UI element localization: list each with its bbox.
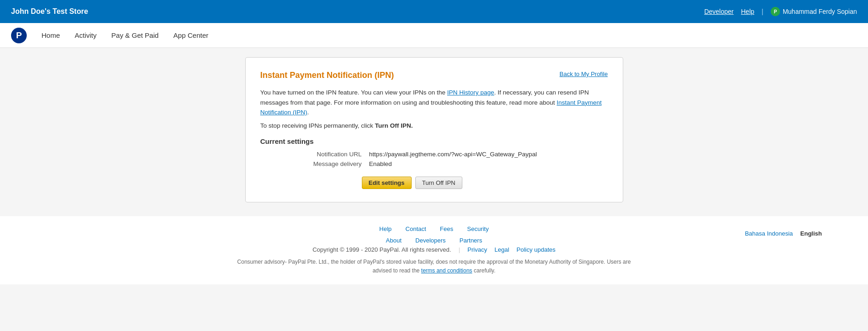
notification-url-value: https://paywall.jegtheme.com/?wc-api=WC_… <box>369 151 537 158</box>
ipn-card: Instant Payment Notification (IPN) Back … <box>245 57 623 202</box>
svg-text:P: P <box>774 9 777 14</box>
footer: Help Contact Fees Security About Develop… <box>0 216 868 284</box>
button-row: Edit settings Turn Off IPN <box>362 177 608 189</box>
terms-link[interactable]: terms and conditions <box>421 267 472 274</box>
settings-table: Notification URL https://paywall.jegthem… <box>288 151 608 167</box>
user-name: Muhammad Ferdy Sopian <box>783 8 857 15</box>
nav-pay-get-paid[interactable]: Pay & Get Paid <box>112 30 159 41</box>
message-delivery-row: Message delivery Enabled <box>288 160 608 167</box>
footer-lang-row: Bahasa Indonesia English <box>0 230 868 237</box>
privacy-link[interactable]: Privacy <box>467 246 487 253</box>
lang-english[interactable]: English <box>800 230 822 237</box>
store-name: John Doe's Test Store <box>11 7 88 16</box>
edit-settings-button[interactable]: Edit settings <box>362 177 412 189</box>
user-info: P Muhammad Ferdy Sopian <box>771 7 857 16</box>
main-content: Instant Payment Notification (IPN) Back … <box>0 48 868 212</box>
ipn-history-link[interactable]: IPN History page <box>447 89 494 96</box>
lang-bahasa[interactable]: Bahasa Indonesia <box>745 230 793 237</box>
footer-about-link[interactable]: About <box>386 237 402 244</box>
current-settings-title: Current settings <box>260 137 608 145</box>
stop-text: To stop receiving IPNs permanently, clic… <box>260 122 608 129</box>
footer-links-row2: About Developers Partners <box>0 237 868 244</box>
back-to-profile-link[interactable]: Back to My Profile <box>560 71 608 77</box>
footer-bottom: Copyright © 1999 - 2020 PayPal. All righ… <box>0 246 868 253</box>
policy-link[interactable]: Policy updates <box>517 246 556 253</box>
footer-advisory: Consumer advisory- PayPal Pte. Ltd., the… <box>204 258 665 280</box>
divider: | <box>762 8 763 15</box>
footer-divider: | <box>459 246 460 253</box>
secondary-nav: P Home Activity Pay & Get Paid App Cente… <box>0 23 868 48</box>
message-delivery-label: Message delivery <box>288 160 362 167</box>
developer-link[interactable]: Developer <box>704 8 734 15</box>
notification-url-row: Notification URL https://paywall.jegthem… <box>288 151 608 158</box>
ipn-title: Instant Payment Notification (IPN) <box>260 71 394 80</box>
notification-url-label: Notification URL <box>288 151 362 158</box>
nav-home[interactable]: Home <box>41 30 60 41</box>
ipn-description: You have turned on the IPN feature. You … <box>260 88 608 118</box>
help-link-top[interactable]: Help <box>741 8 754 15</box>
top-bar-right: Developer Help | P Muhammad Ferdy Sopian <box>704 7 857 16</box>
svg-text:P: P <box>16 30 22 40</box>
footer-developers-link[interactable]: Developers <box>415 237 446 244</box>
paypal-logo: P <box>11 28 27 43</box>
copyright-text: Copyright © 1999 - 2020 PayPal. All righ… <box>313 246 451 253</box>
legal-link[interactable]: Legal <box>495 246 509 253</box>
nav-app-center[interactable]: App Center <box>173 30 208 41</box>
footer-partners-link[interactable]: Partners <box>460 237 482 244</box>
verified-icon: P <box>771 7 780 16</box>
ipn-card-header: Instant Payment Notification (IPN) Back … <box>260 71 608 80</box>
turn-off-ipn-button[interactable]: Turn Off IPN <box>415 177 462 189</box>
nav-activity[interactable]: Activity <box>75 30 97 41</box>
top-bar: John Doe's Test Store Developer Help | P… <box>0 0 868 23</box>
message-delivery-value: Enabled <box>369 160 392 167</box>
